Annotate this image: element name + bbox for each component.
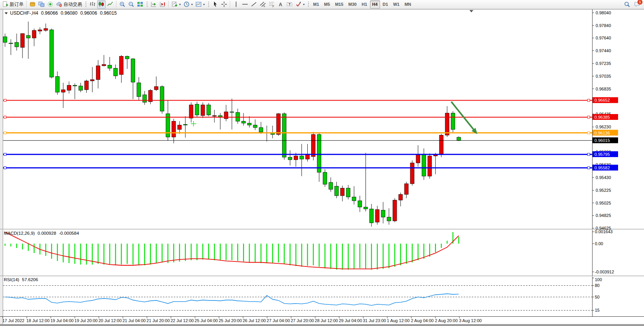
market-watch-button[interactable]: [28, 0, 37, 9]
svg-text:21 Jul 20:00: 21 Jul 20:00: [147, 318, 170, 323]
chart-canvas[interactable]: 0.980400.978400.976400.974400.972350.970…: [0, 0, 644, 326]
candle-body: [230, 112, 234, 113]
svg-text:50: 50: [595, 295, 599, 299]
templates-button[interactable]: ▾: [194, 0, 206, 9]
chevron-down-icon[interactable]: ▾: [203, 3, 205, 6]
chart-shift-button[interactable]: [158, 0, 167, 9]
search-button[interactable]: [623, 0, 631, 9]
candle-body: [172, 121, 176, 137]
chart-symbol-period: USDCHF-,H4: [10, 10, 38, 16]
timeframe-h4-button[interactable]: H4: [370, 0, 380, 9]
timeframe-d1-button[interactable]: D1: [380, 0, 391, 9]
equidistant-channel-icon: E: [260, 1, 266, 7]
svg-text:0.95582: 0.95582: [594, 166, 610, 170]
line-handle[interactable]: [587, 116, 590, 118]
new-order-label: 新订单: [10, 1, 24, 8]
toolbar-grip[interactable]: [207, 1, 209, 8]
zoom-in-button[interactable]: [118, 0, 127, 9]
svg-text:1 Aug 12:00: 1 Aug 12:00: [387, 318, 410, 323]
tile-windows-button[interactable]: [136, 0, 144, 9]
line-handle[interactable]: [4, 99, 6, 101]
bar-chart-button[interactable]: [88, 0, 97, 9]
periods-button[interactable]: ▾: [182, 0, 194, 9]
trendline-icon: [251, 1, 257, 7]
equidistant-channel-button[interactable]: E: [259, 0, 267, 9]
chevron-down-icon[interactable]: ▾: [179, 3, 181, 6]
chevron-down-icon[interactable]: ▾: [191, 3, 193, 6]
line-handle[interactable]: [587, 167, 590, 169]
zoom-out-button[interactable]: [127, 0, 135, 9]
fibonacci-button[interactable]: F: [267, 0, 276, 9]
timeframe-m30-button[interactable]: M30: [346, 0, 359, 9]
trendline-button[interactable]: [250, 0, 258, 9]
toolbar-grip[interactable]: [307, 1, 309, 8]
timeframe-m15-button[interactable]: M15: [333, 0, 346, 9]
tile-windows-icon: [137, 1, 143, 7]
toolbar-grip[interactable]: [146, 1, 148, 8]
timeframe-h1-button[interactable]: H1: [359, 0, 369, 9]
line-handle[interactable]: [587, 132, 590, 134]
chart-window-button[interactable]: [37, 0, 46, 9]
timeframe-mn-button[interactable]: MN: [402, 0, 413, 9]
new-order-button[interactable]: 新订单: [1, 0, 25, 9]
chat-button[interactable]: 1: [633, 0, 641, 9]
line-handle[interactable]: [4, 153, 6, 155]
horizontal-line-button[interactable]: [241, 0, 249, 9]
candle-body: [247, 123, 251, 125]
horizontal-line-icon: [242, 1, 248, 7]
candle-body: [410, 163, 414, 184]
candle-body: [259, 128, 263, 132]
candle-body: [393, 200, 397, 221]
line-handle[interactable]: [4, 132, 6, 134]
chart-window[interactable]: 0.980400.978400.976400.974400.972350.970…: [0, 9, 644, 326]
toolbar-separator: [116, 1, 116, 8]
svg-text:0.97235: 0.97235: [596, 61, 611, 66]
new-chart-button[interactable]: ▾: [170, 0, 182, 9]
ohlc-open: 0.96066: [41, 10, 58, 16]
line-chart-button[interactable]: [106, 0, 115, 9]
text-button[interactable]: A: [276, 0, 285, 9]
timeframe-m1-button[interactable]: M1: [311, 0, 321, 9]
candle-body: [224, 112, 228, 119]
crosshair-icon: [221, 1, 227, 7]
toolbar-grip[interactable]: [85, 1, 87, 8]
svg-text:0.00: 0.00: [595, 241, 603, 246]
candle-body: [282, 114, 286, 157]
toolbar-separator: [26, 1, 27, 8]
svg-text:19 Jul 20:00: 19 Jul 20:00: [74, 318, 98, 323]
signals-button[interactable]: [46, 0, 55, 9]
auto-scroll-button[interactable]: [149, 0, 158, 9]
chart-collapse-icon[interactable]: [5, 12, 8, 14]
timeframe-w1-button[interactable]: W1: [391, 0, 402, 9]
text-label-button[interactable]: T: [285, 0, 294, 9]
macd-name: MACD(12,26,9): [4, 231, 35, 236]
candlestick-chart-button[interactable]: [97, 0, 106, 9]
chevron-down-icon[interactable]: ▾: [303, 3, 305, 6]
candle-body: [201, 105, 205, 116]
notification-badge: 1: [637, 0, 643, 5]
candle-body: [102, 65, 106, 66]
line-handle[interactable]: [4, 167, 6, 169]
svg-text:F: F: [272, 5, 274, 8]
arrows-button[interactable]: ▾: [294, 0, 306, 9]
line-handle[interactable]: [4, 116, 6, 118]
candle-body: [422, 154, 426, 176]
svg-text:2 Aug 04:00: 2 Aug 04:00: [411, 318, 434, 323]
svg-text:0.94825: 0.94825: [596, 213, 611, 218]
ohlc-low: 0.96006: [80, 10, 97, 16]
line-handle[interactable]: [587, 99, 590, 101]
candle-body: [364, 207, 368, 209]
candle-body: [416, 154, 420, 163]
candle-body: [137, 83, 141, 97]
crosshair-button[interactable]: [220, 0, 228, 9]
autotrading-button[interactable]: 自动交易: [55, 0, 83, 9]
vertical-line-button[interactable]: [232, 0, 240, 9]
cursor-button[interactable]: [211, 0, 219, 9]
candle-body: [50, 30, 53, 77]
svg-text:0.95430: 0.95430: [596, 175, 611, 180]
timeframe-m5-button[interactable]: M5: [322, 0, 332, 9]
svg-text:A: A: [279, 2, 283, 7]
svg-text:21 Jul 04:00: 21 Jul 04:00: [123, 318, 146, 323]
candle-body: [387, 217, 391, 221]
line-handle[interactable]: [587, 153, 590, 155]
